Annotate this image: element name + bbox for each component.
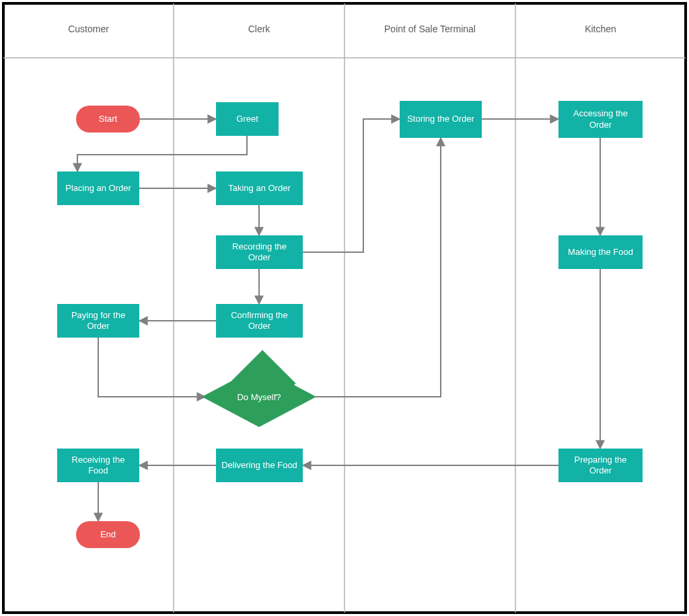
- node-label: Greet: [236, 114, 258, 124]
- lane-header-customer: Customer: [3, 0, 174, 58]
- node-label: Paying for the Order: [63, 310, 134, 332]
- swimlane-diagram: Customer Clerk Point of Sale Terminal Ki…: [0, 0, 689, 616]
- lane-label: Kitchen: [585, 24, 616, 34]
- node-label: Accessing the Order: [564, 108, 637, 130]
- node-decision-shape: Do Myself?: [202, 367, 316, 427]
- edge-decision-storing: [313, 138, 441, 397]
- node-label: Storing the Order: [407, 114, 474, 124]
- node-label: Making the Food: [568, 247, 633, 258]
- node-delivering: Delivering the Food: [216, 449, 303, 482]
- lane-label: Clerk: [248, 24, 270, 34]
- lane-header-clerk: Clerk: [174, 0, 344, 58]
- node-label: Start: [99, 114, 117, 124]
- edge-greet-placing: [77, 136, 247, 171]
- node-label: Preparing the Order: [564, 455, 637, 477]
- node-confirming: Confirming the Order: [216, 304, 303, 338]
- lane-header-pos: Point of Sale Terminal: [344, 0, 515, 58]
- node-accessing: Accessing the Order: [558, 101, 643, 138]
- edge-paying-decision: [98, 338, 205, 397]
- node-label: Confirming the Order: [221, 310, 297, 332]
- lane-label: Point of Sale Terminal: [384, 24, 476, 34]
- node-storing: Storing the Order: [400, 101, 482, 138]
- node-making: Making the Food: [558, 235, 643, 269]
- lane-header-kitchen: Kitchen: [515, 0, 686, 58]
- node-label: Taking an Order: [228, 183, 291, 194]
- node-preparing: Preparing the Order: [558, 449, 643, 482]
- node-greet: Greet: [216, 102, 279, 136]
- node-paying: Paying for the Order: [57, 304, 139, 338]
- node-label: Delivering the Food: [221, 460, 297, 471]
- node-placing: Placing an Order: [57, 171, 139, 205]
- node-label: Receiving the Food: [63, 455, 134, 477]
- node-recording: Recording the Order: [216, 235, 303, 269]
- node-start: Start: [76, 106, 140, 132]
- node-label: Placing an Order: [65, 183, 131, 194]
- lane-label: Customer: [68, 24, 109, 34]
- node-label: Recording the Order: [221, 241, 297, 264]
- node-taking: Taking an Order: [216, 171, 303, 205]
- node-label: End: [100, 529, 116, 540]
- edge-recording-storing: [303, 119, 400, 252]
- node-receiving: Receiving the Food: [57, 449, 139, 482]
- node-end: End: [76, 521, 140, 548]
- node-label: Do Myself?: [202, 367, 316, 427]
